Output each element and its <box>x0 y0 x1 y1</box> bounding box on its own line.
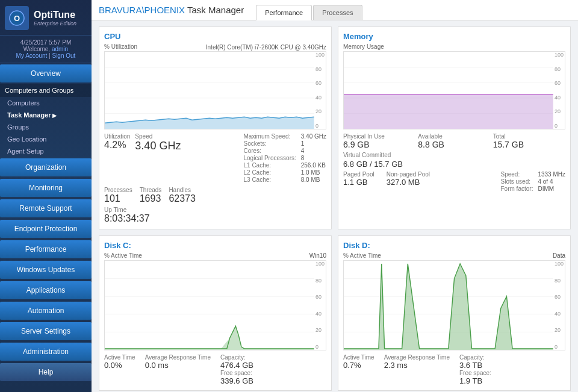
nav-help[interactable]: Help <box>0 363 92 381</box>
nav-applications[interactable]: Applications <box>0 281 92 299</box>
sidebar-item-computers[interactable]: Computers <box>0 97 92 109</box>
cpu-chart: 100806040200 <box>104 51 326 129</box>
memory-chart: 100806040200 <box>343 51 565 129</box>
page-title: BRAVURA\PHOENIX Task Manager <box>99 5 244 20</box>
mem-physical-in-use: Physical In Use 6.9 GB <box>343 133 415 149</box>
nav-administration[interactable]: Administration <box>0 343 92 361</box>
nav-overview[interactable]: Overview <box>0 64 92 82</box>
nav-remote-support[interactable]: Remote Support <box>0 199 92 217</box>
memory-panel: Memory Memory Usage 100806040200 <box>338 26 571 229</box>
logo-text: OptiTune Enterprise Edition <box>34 10 76 26</box>
disk-d-title: Disk D: <box>343 241 565 250</box>
main-content: BRAVURA\PHOENIX Task Manager Performance… <box>92 0 578 392</box>
logo-name: OptiTune <box>34 10 76 20</box>
sign-out-link[interactable]: Sign Out <box>52 52 75 59</box>
bravura-label: BRAVURA <box>99 5 141 15</box>
sidebar-item-agent-setup[interactable]: Agent Setup <box>0 145 92 157</box>
nav-endpoint-protection[interactable]: Endpoint Protection <box>0 220 92 238</box>
nav-windows-updates[interactable]: Windows Updates <box>0 261 92 279</box>
mem-virtual-value: 6.8 GB / 15.7 GB <box>343 160 565 169</box>
disk-d-stats: Active Time 0.7% Average Response Time 2… <box>343 354 565 385</box>
my-account-link[interactable]: My Account <box>16 52 48 59</box>
disk-d-chart: 100806040200 <box>343 260 565 350</box>
svg-text:O: O <box>14 14 20 23</box>
phoenix-label: PHOENIX <box>144 5 185 15</box>
title-suffix: Task Manager <box>185 5 244 15</box>
disk-d-panel: Disk D: % Active Time Data <box>338 235 571 391</box>
welcome-text: Welcome, admin <box>5 46 87 52</box>
sidebar-item-geo-location[interactable]: Geo Location <box>0 133 92 145</box>
nav-performance[interactable]: Performance <box>0 240 92 258</box>
disk-c-panel: Disk C: % Active Time Win10 <box>99 235 332 391</box>
sidebar: O OptiTune Enterprise Edition 4/25/2017 … <box>0 0 92 392</box>
user-info: 4/25/2017 5:57 PM Welcome, admin My Acco… <box>0 36 92 63</box>
disk-d-active-time-label: % Active Time <box>343 252 381 259</box>
mem-total: Total 15.7 GB <box>493 133 565 149</box>
disk-c-chart: 100806040200 <box>104 260 326 350</box>
cpu-processes-stat: Processes 101 <box>104 187 132 204</box>
svg-rect-10 <box>344 95 553 129</box>
cpu-handles-stat: Handles 62373 <box>169 187 196 204</box>
disk-c-stats: Active Time 0.0% Average Response Time 0… <box>104 354 326 385</box>
nav-monitoring[interactable]: Monitoring <box>0 179 92 197</box>
mem-pool-row: Paged Pool 1.1 GB Non-paged Pool 327.0 M… <box>343 171 565 192</box>
logo-edition: Enterprise Edition <box>34 20 76 26</box>
cpu-utilization-stat: Utilization 4.2% <box>104 133 130 183</box>
cpu-utilization-label: % Utilization <box>104 43 137 50</box>
sidebar-item-task-manager[interactable]: Task Manager <box>0 109 92 121</box>
tab-processes[interactable]: Processes <box>313 5 362 20</box>
tab-performance[interactable]: Performance <box>256 5 312 20</box>
disk-c-title: Disk C: <box>104 241 326 250</box>
cpu-uptime-stat: Up Time 8:03:34:37 <box>104 207 326 224</box>
title-bar: BRAVURA\PHOENIX Task Manager Performance… <box>92 0 578 20</box>
cpu-speed-stat: Speed 3.40 GHz <box>135 133 181 183</box>
logo-icon: O <box>5 6 29 30</box>
disk-c-active-time-label: % Active Time <box>104 252 142 259</box>
disk-c-drive-label: Win10 <box>309 252 326 260</box>
nav-server-settings[interactable]: Server Settings <box>0 322 92 340</box>
cpu-panel: CPU % Utilization Intel(R) Core(TM) i7-2… <box>99 26 332 229</box>
user-date: 4/25/2017 5:57 PM <box>5 39 87 46</box>
disk-d-drive-label: Data <box>553 252 565 260</box>
nav-organization[interactable]: Organization <box>0 158 92 176</box>
nav-automation[interactable]: Automation <box>0 302 92 320</box>
memory-stats: Physical In Use 6.9 GB Available 8.8 GB … <box>343 133 565 149</box>
mem-hw-details: Speed:1333 MHz Slots used:4 of 4 Form fa… <box>501 171 565 192</box>
nav-section-computers-groups: Computers and Groups <box>0 84 92 97</box>
content-area: CPU % Utilization Intel(R) Core(TM) i7-2… <box>92 20 578 392</box>
logo-area: O OptiTune Enterprise Edition <box>0 0 92 36</box>
account-links: My Account | Sign Out <box>5 52 87 59</box>
top-section-grid: CPU % Utilization Intel(R) Core(TM) i7-2… <box>99 26 571 229</box>
cpu-threads-stat: Threads 1693 <box>140 187 162 204</box>
cpu-title: CPU <box>104 32 326 41</box>
memory-usage-label: Memory Usage <box>343 43 565 50</box>
disk-section-grid: Disk C: % Active Time Win10 <box>99 235 571 391</box>
memory-title: Memory <box>343 32 565 41</box>
mem-available: Available 8.8 GB <box>418 133 490 149</box>
cpu-details: Maximum Speed:3.40 GHz Sockets:1 Cores:4… <box>243 133 326 183</box>
cpu-processor: Intel(R) Core(TM) i7-2600K CPU @ 3.40GHz <box>206 44 326 51</box>
username: admin <box>52 46 68 52</box>
sidebar-item-groups[interactable]: Groups <box>0 121 92 133</box>
mem-virtual-label: Virtual Committed <box>343 152 565 158</box>
